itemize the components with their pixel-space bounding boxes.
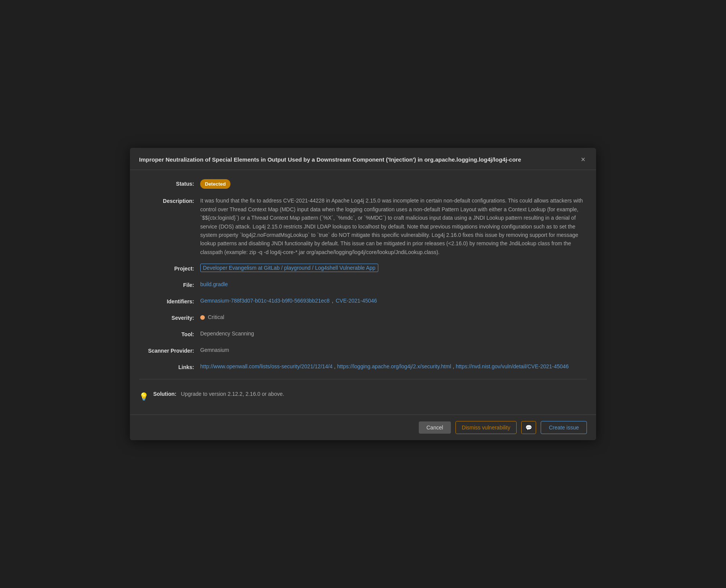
dismiss-vulnerability-button[interactable]: Dismiss vulnerability xyxy=(455,421,517,434)
scanner-label: Scanner Provider: xyxy=(139,346,200,355)
scanner-value: Gemnasium xyxy=(200,346,587,354)
description-text: It was found that the fix to address CVE… xyxy=(200,196,587,256)
file-link[interactable]: build.gradle xyxy=(200,281,228,287)
link-sep1: , xyxy=(334,363,335,371)
link2[interactable]: https://logging.apache.org/log4j/2.x/sec… xyxy=(337,363,451,371)
identifiers-value: Gemnasium-788f3d07-b01c-41d3-b9f0-56693b… xyxy=(200,297,587,305)
comment-icon: 💬 xyxy=(525,424,532,431)
identifiers-row: Identifiers: Gemnasium-788f3d07-b01c-41d… xyxy=(139,297,587,306)
identifiers-label: Identifiers: xyxy=(139,297,200,306)
file-value: build.gradle xyxy=(200,280,587,288)
status-row: Status: Detected xyxy=(139,179,587,189)
project-value: Developer Evangelism at GitLab / playgro… xyxy=(200,264,587,272)
links-value: http://www.openwall.com/lists/oss-securi… xyxy=(200,363,587,371)
solution-section: 💡 Solution: Upgrade to version 2.12.2, 2… xyxy=(139,386,587,408)
links-row: Links: http://www.openwall.com/lists/oss… xyxy=(139,363,587,371)
tool-row: Tool: Dependency Scanning xyxy=(139,330,587,339)
solution-content: Solution: Upgrade to version 2.12.2, 2.1… xyxy=(153,390,284,398)
solution-text: Upgrade to version 2.12.2, 2.16.0 or abo… xyxy=(181,391,284,397)
section-separator xyxy=(139,379,587,379)
status-label: Status: xyxy=(139,179,200,188)
comment-button[interactable]: 💬 xyxy=(521,421,536,434)
status-badge: Detected xyxy=(200,179,230,189)
links-label: Links: xyxy=(139,363,200,371)
tool-value: Dependency Scanning xyxy=(200,330,587,338)
close-button[interactable]: × xyxy=(579,156,587,163)
file-label: File: xyxy=(139,280,200,289)
modal-footer: Cancel Dismiss vulnerability 💬 Create is… xyxy=(130,415,596,440)
severity-label: Severity: xyxy=(139,313,200,322)
description-row: Description: It was found that the fix t… xyxy=(139,196,587,256)
link1[interactable]: http://www.openwall.com/lists/oss-securi… xyxy=(200,363,332,371)
link-sep2: , xyxy=(453,363,454,371)
identifier1-link[interactable]: Gemnasium-788f3d07-b01c-41d3-b9f0-56693b… xyxy=(200,297,330,305)
status-value: Detected xyxy=(200,179,587,189)
modal-header: Improper Neutralization of Special Eleme… xyxy=(130,148,596,170)
create-issue-button[interactable]: Create issue xyxy=(541,421,587,434)
project-row: Project: Developer Evangelism at GitLab … xyxy=(139,264,587,273)
project-link[interactable]: Developer Evangelism at GitLab / playgro… xyxy=(200,264,378,272)
scanner-row: Scanner Provider: Gemnasium xyxy=(139,346,587,355)
severity-dot-icon xyxy=(200,315,205,320)
modal-body: Status: Detected Description: It was fou… xyxy=(130,170,596,415)
vulnerability-modal: Improper Neutralization of Special Eleme… xyxy=(130,148,596,440)
project-label: Project: xyxy=(139,264,200,273)
description-label: Description: xyxy=(139,196,200,205)
tool-label: Tool: xyxy=(139,330,200,339)
identifier-separator: , xyxy=(332,297,334,305)
severity-text: Critical xyxy=(208,313,224,321)
severity-value: Critical xyxy=(200,313,587,321)
link3[interactable]: https://nvd.nist.gov/vuln/detail/CVE-202… xyxy=(456,363,569,371)
solution-label: Solution: xyxy=(153,391,177,397)
file-row: File: build.gradle xyxy=(139,280,587,289)
lightbulb-icon: 💡 xyxy=(139,391,149,402)
identifier2-link[interactable]: CVE-2021-45046 xyxy=(335,297,377,305)
severity-row: Severity: Critical xyxy=(139,313,587,322)
modal-title: Improper Neutralization of Special Eleme… xyxy=(139,156,579,164)
cancel-button[interactable]: Cancel xyxy=(419,421,451,434)
